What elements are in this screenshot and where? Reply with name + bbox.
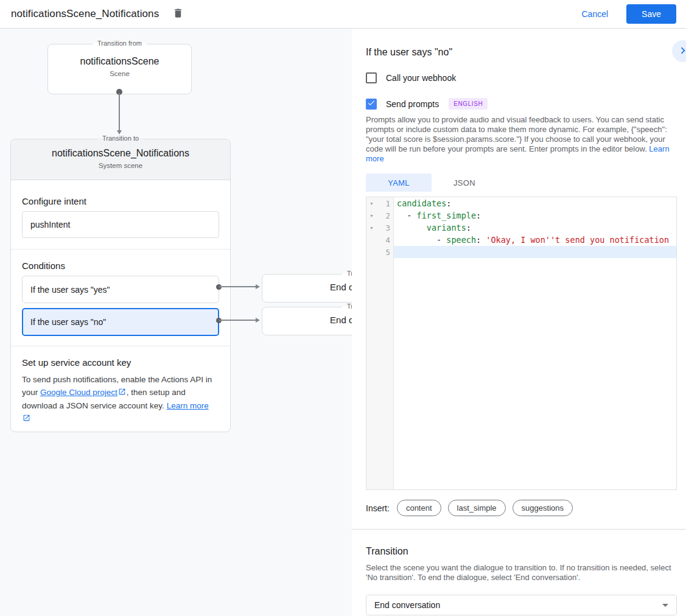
delete-scene-button[interactable] (170, 6, 186, 22)
google-cloud-project-link[interactable]: Google Cloud project (40, 388, 117, 397)
send-prompts-row: Send prompts ENGLISH (366, 98, 677, 110)
transition-heading: Transition (366, 546, 677, 557)
code-token: 'Okay, I won''t send you notification (486, 235, 669, 245)
code-token: speech (446, 235, 476, 245)
call-webhook-label: Call your webhook (386, 73, 456, 83)
code-token: variants (427, 223, 466, 233)
code-token: - (397, 235, 446, 245)
insert-label: Insert: (366, 503, 390, 513)
node-transition-from[interactable]: Transition from notificationsScene Scene (47, 44, 192, 94)
editor-line: ▼1 candidates: (366, 197, 676, 209)
service-account-heading: Set up service account key (22, 346, 219, 368)
editor-format-tabs: YAML JSON (366, 173, 677, 192)
condition-editor-panel: If the user says "no" Call your webhook … (352, 29, 686, 616)
checkmark-icon (367, 99, 376, 110)
scene-title: notificationsScene_Notifications (11, 148, 230, 159)
configure-intent-heading: Configure intent (22, 180, 219, 206)
fold-toggle-icon[interactable]: ▼ (366, 214, 376, 218)
tab-json[interactable]: JSON (432, 173, 497, 192)
node-legend: Transition from (93, 40, 147, 47)
cancel-button[interactable]: Cancel (581, 9, 608, 19)
arrow-right-icon (256, 318, 260, 323)
scene-card-header[interactable]: notificationsScene_Notifications System … (11, 139, 230, 180)
editor-line: 5 (366, 246, 676, 258)
line-number: 1 (376, 199, 393, 208)
node-legend: Transition to (97, 135, 144, 142)
conditions-heading: Conditions (22, 250, 219, 271)
external-link-icon (23, 413, 30, 425)
webhook-row: Call your webhook (366, 72, 677, 83)
tab-yaml[interactable]: YAML (366, 173, 432, 192)
line-number: 4 (376, 236, 393, 245)
arrow-right-icon (256, 284, 260, 289)
code-token: - (397, 211, 417, 220)
code-token: first_simple (417, 211, 477, 220)
panel-title: If the user says "no" (366, 46, 677, 59)
save-button[interactable]: Save (626, 4, 676, 24)
insert-chip-suggestions[interactable]: suggestions (513, 500, 573, 516)
insert-chip-last-simple[interactable]: last_simple (448, 500, 506, 516)
node-transition-to: Transition to notificationsScene_Notific… (10, 139, 231, 432)
editor-line: ▼2 - first_simple: (366, 209, 676, 222)
line-number: 2 (376, 211, 393, 220)
connector-line (119, 93, 120, 131)
prompts-description-text: Prompts allow you to provide audio and v… (366, 115, 667, 153)
page-title: notificationsScene_Notifications (11, 8, 159, 20)
editor-line: ▼3 variants: (366, 222, 676, 234)
scene-subtitle: System scene (11, 162, 230, 169)
call-webhook-checkbox[interactable] (366, 72, 377, 83)
send-prompts-checkbox[interactable] (366, 99, 377, 110)
code-token: : (476, 211, 481, 220)
intent-field[interactable]: pushIntent (22, 211, 219, 238)
trash-icon (172, 7, 184, 21)
active-line (394, 246, 676, 258)
editor-empty-area (366, 258, 676, 489)
code-token: : (466, 223, 471, 233)
fold-toggle-icon[interactable]: ▼ (366, 226, 376, 230)
connector-line (219, 286, 256, 287)
condition-item-no[interactable]: If the user says "no" (22, 308, 219, 336)
transition-description: Select the scene you want the dialogue t… (366, 563, 677, 583)
prompts-description: Prompts allow you to provide audio and v… (366, 115, 677, 164)
scene-diagram-canvas: Transition from notificationsScene Scene… (0, 29, 352, 616)
dropdown-caret-icon (662, 604, 668, 607)
line-number: 5 (376, 248, 393, 257)
node-subtitle: Scene (48, 70, 191, 77)
arrow-down-icon (117, 130, 122, 135)
code-token: candidates (397, 198, 446, 208)
insert-row: Insert: content last_simple suggestions (366, 500, 677, 516)
code-token (397, 223, 427, 233)
code-token: : (476, 235, 486, 245)
yaml-code-editor[interactable]: ▼1 candidates: ▼2 - first_simple: ▼3 var… (366, 197, 677, 490)
insert-chip-content[interactable]: content (397, 500, 441, 516)
top-bar: notificationsScene_Notifications Cancel … (0, 0, 686, 29)
editor-line: 4 - speech: 'Okay, I won''t send you not… (366, 234, 676, 246)
chevron-right-icon (676, 44, 686, 59)
code-token: : (446, 198, 451, 208)
transition-select-value: End conversation (374, 600, 440, 610)
learn-more-link[interactable]: Learn more (167, 401, 209, 410)
send-prompts-label: Send prompts (386, 99, 439, 109)
panel-divider (352, 529, 686, 530)
transition-select[interactable]: End conversation (366, 595, 677, 615)
service-account-text: To send push notifications, enable the A… (22, 373, 219, 425)
node-title: notificationsScene (48, 56, 191, 67)
line-number: 3 (376, 223, 393, 233)
fold-toggle-icon[interactable]: ▼ (366, 201, 376, 206)
external-link-icon (118, 387, 126, 399)
condition-item-yes[interactable]: If the user says "yes" (22, 276, 219, 303)
connector-line (219, 320, 256, 321)
language-badge: ENGLISH (449, 98, 488, 110)
